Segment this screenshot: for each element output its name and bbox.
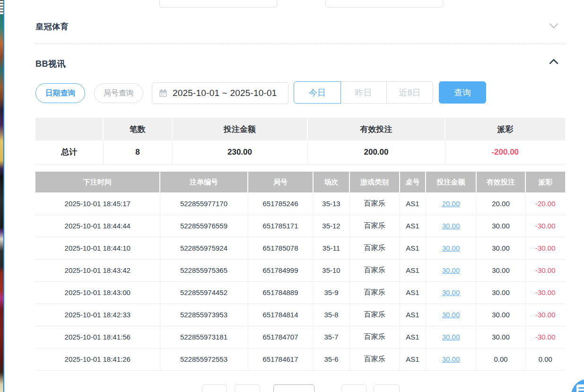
record-cell-8: -20.00 (525, 192, 565, 215)
record-row: 2025-10-01 18:43:00522855974452651784889… (35, 281, 565, 304)
background-artwork-strip (0, 0, 4, 392)
date-query-tab[interactable]: 日期查询 (35, 83, 85, 103)
pagination-jump-button[interactable] (374, 384, 400, 392)
quick-range-last8days-button[interactable]: 近8日 (387, 81, 433, 104)
record-cell-5: AS1 (400, 192, 426, 215)
record-cell-0: 2025-10-01 18:41:56 (35, 326, 160, 348)
records-header-6: 投注金额 (426, 172, 476, 192)
summary-total-bet-amount: 230.00 (172, 140, 307, 164)
records-table-header: 下注时间注单编号局号场次游戏类别桌号投注金额有效投注派彩 (35, 172, 565, 192)
record-cell-7: 30.00 (476, 215, 525, 237)
record-cell-3: 35-10 (313, 259, 349, 281)
record-cell-2: 651784617 (248, 348, 313, 370)
customer-service-icon (576, 384, 584, 392)
record-cell-8: -30.00 (525, 215, 565, 237)
record-cell-8: -30.00 (525, 281, 565, 304)
chevron-up-icon[interactable] (549, 59, 558, 68)
record-cell-1: 522855973181 (160, 326, 248, 348)
records-header-8: 派彩 (525, 172, 565, 192)
record-cell-7: 30.00 (476, 259, 525, 281)
records-header-7: 有效投注 (476, 172, 525, 192)
pagination-size-select[interactable] (273, 384, 314, 392)
records-table-body: 2025-10-01 18:45:17522855977170651785246… (35, 192, 565, 370)
record-cell-2: 651785171 (248, 215, 313, 237)
record-cell-1: 522855972553 (160, 348, 248, 370)
record-cell-2: 651784999 (248, 259, 313, 281)
bet-amount-link[interactable]: 30.00 (426, 237, 476, 259)
record-cell-5: AS1 (400, 348, 426, 370)
record-cell-3: 35-11 (313, 237, 349, 259)
record-cell-7: 30.00 (476, 237, 525, 259)
record-cell-5: AS1 (400, 326, 426, 348)
record-cell-8: -30.00 (525, 304, 565, 326)
summary-total-payout: -200.00 (445, 140, 565, 164)
quick-range-yesterday-button[interactable]: 昨日 (340, 81, 387, 104)
record-cell-4: 百家乐 (349, 192, 400, 215)
record-cell-1: 522855977170 (160, 192, 248, 215)
record-cell-5: AS1 (400, 215, 426, 237)
summary-header-empty (35, 118, 103, 140)
record-cell-1: 522855975924 (160, 237, 248, 259)
section-title-crown-sports: 皇冠体育 (35, 21, 69, 32)
record-cell-8: -30.00 (525, 237, 565, 259)
record-cell-4: 百家乐 (349, 281, 400, 304)
record-cell-3: 35-9 (313, 281, 349, 304)
record-cell-4: 百家乐 (349, 259, 400, 281)
record-cell-1: 522855976559 (160, 215, 248, 237)
summary-header-count: 笔数 (103, 118, 172, 140)
record-cell-7: 30.00 (476, 326, 525, 348)
summary-total-count: 8 (103, 140, 172, 164)
round-query-tab[interactable]: 局号查询 (94, 83, 143, 103)
record-cell-5: AS1 (400, 281, 426, 304)
chevron-down-icon[interactable] (549, 19, 558, 29)
record-cell-3: 35-12 (313, 215, 349, 237)
bet-amount-link[interactable]: 20.00 (426, 192, 476, 215)
record-cell-2: 651784707 (248, 326, 313, 348)
record-cell-0: 2025-10-01 18:42:33 (35, 304, 160, 326)
record-cell-3: 35-7 (313, 326, 349, 348)
bet-amount-link[interactable]: 30.00 (426, 281, 476, 304)
bet-amount-link[interactable]: 30.00 (426, 259, 476, 281)
record-row: 2025-10-01 18:44:44522855976559651785171… (35, 215, 565, 237)
record-cell-4: 百家乐 (349, 304, 400, 326)
bet-amount-link[interactable]: 30.00 (426, 215, 476, 237)
background-artwork-detail (0, 0, 3, 14)
record-cell-0: 2025-10-01 18:44:44 (35, 215, 160, 237)
records-header-4: 游戏类别 (349, 172, 400, 192)
record-cell-2: 651784889 (248, 281, 313, 304)
record-row: 2025-10-01 18:41:26522855972553651784617… (35, 348, 565, 370)
record-cell-0: 2025-10-01 18:41:26 (35, 348, 160, 370)
records-header-3: 场次 (313, 172, 349, 192)
filter-input-left[interactable] (159, 0, 277, 8)
search-button[interactable]: 查询 (439, 81, 486, 104)
pagination-next-button[interactable] (341, 384, 366, 392)
bet-amount-link[interactable]: 30.00 (426, 304, 476, 326)
record-cell-4: 百家乐 (349, 237, 400, 259)
record-cell-2: 651785078 (248, 237, 313, 259)
summary-header-valid-bet: 有效投注 (307, 118, 445, 140)
section-divider (35, 44, 565, 44)
record-cell-1: 522855975365 (160, 259, 248, 281)
calendar-icon (159, 89, 167, 97)
customer-service-fab[interactable] (571, 379, 584, 392)
section-title-bb-video: BB视讯 (35, 58, 66, 70)
bet-amount-link[interactable]: 30.00 (426, 348, 476, 370)
record-cell-1: 522855973953 (160, 304, 248, 326)
quick-range-today-button[interactable]: 今日 (294, 81, 341, 104)
record-cell-8: 0.00 (525, 348, 565, 370)
filter-input-right[interactable] (325, 0, 443, 8)
record-cell-4: 百家乐 (349, 215, 400, 237)
record-cell-5: AS1 (400, 304, 426, 326)
pagination-prev-button[interactable] (202, 384, 227, 392)
date-range-picker[interactable]: 2025-10-01 ~ 2025-10-01 (152, 82, 288, 104)
record-row: 2025-10-01 18:45:17522855977170651785246… (35, 192, 565, 215)
records-header-5: 桌号 (400, 172, 426, 192)
record-cell-0: 2025-10-01 18:43:42 (35, 259, 160, 281)
summary-header-payout: 派彩 (445, 118, 565, 140)
record-row: 2025-10-01 18:42:33522855973953651784814… (35, 304, 565, 326)
record-cell-3: 35-6 (313, 348, 349, 370)
record-row: 2025-10-01 18:44:10522855975924651785078… (35, 237, 565, 259)
pagination-page-button[interactable] (235, 384, 260, 392)
bet-amount-link[interactable]: 30.00 (426, 326, 476, 348)
record-cell-0: 2025-10-01 18:43:00 (35, 281, 160, 304)
